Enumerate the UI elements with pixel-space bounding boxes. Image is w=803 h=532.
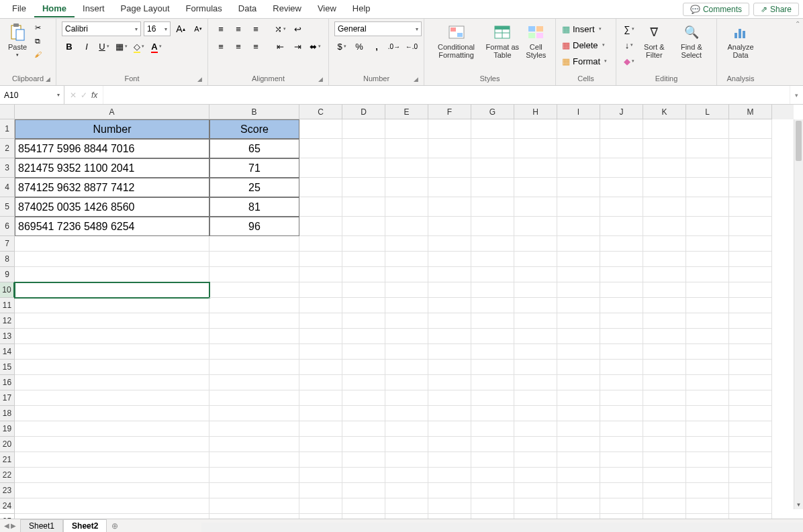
cell-B8[interactable]	[209, 252, 299, 267]
italic-button[interactable]: I	[79, 39, 94, 54]
cell-F23[interactable]	[428, 483, 471, 498]
cell-B11[interactable]	[209, 298, 299, 313]
menu-insert[interactable]: Insert	[75, 1, 113, 17]
cell-E23[interactable]	[385, 483, 428, 498]
row-header-3[interactable]: 3	[0, 158, 15, 178]
cell-F22[interactable]	[428, 468, 471, 483]
cell-E10[interactable]	[385, 282, 428, 298]
tab-next-button[interactable]: ▶	[11, 522, 16, 529]
cell-H12[interactable]	[514, 313, 557, 329]
cell-G9[interactable]	[471, 267, 514, 282]
align-left-button[interactable]: ≡	[214, 39, 228, 54]
cell-G13[interactable]	[471, 329, 514, 344]
cell-L19[interactable]	[686, 421, 729, 437]
cell-J5[interactable]	[600, 197, 643, 217]
cell-C4[interactable]	[299, 178, 342, 197]
cell-A10[interactable]	[15, 282, 209, 298]
cell-M15[interactable]	[729, 360, 772, 375]
cell-L1[interactable]	[686, 119, 729, 139]
cell-G22[interactable]	[471, 468, 514, 483]
cell-J12[interactable]	[600, 313, 643, 329]
row-header-13[interactable]: 13	[0, 329, 15, 344]
cell-G15[interactable]	[471, 360, 514, 375]
cell-M20[interactable]	[729, 437, 772, 452]
cell-M16[interactable]	[729, 375, 772, 390]
increase-decimal-button[interactable]: .0→	[387, 39, 402, 54]
cell-C12[interactable]	[299, 313, 342, 329]
col-header-H[interactable]: H	[514, 105, 557, 119]
cell-K1[interactable]	[643, 119, 686, 139]
cell-D10[interactable]	[342, 282, 385, 298]
cell-J7[interactable]	[600, 236, 643, 252]
cell-E11[interactable]	[385, 298, 428, 313]
cell-K22[interactable]	[643, 468, 686, 483]
cell-L4[interactable]	[686, 178, 729, 197]
cell-K12[interactable]	[643, 313, 686, 329]
align-middle-button[interactable]: ≡	[231, 21, 246, 36]
cell-F13[interactable]	[428, 329, 471, 344]
cell-E2[interactable]	[385, 139, 428, 158]
cell-A11[interactable]	[15, 298, 209, 313]
cell-L9[interactable]	[686, 267, 729, 282]
cell-C14[interactable]	[299, 344, 342, 360]
cell-B18[interactable]	[209, 406, 299, 421]
cell-B2[interactable]: 65	[209, 139, 299, 158]
cell-C13[interactable]	[299, 329, 342, 344]
cell-E5[interactable]	[385, 197, 428, 217]
col-header-D[interactable]: D	[342, 105, 385, 119]
cell-B23[interactable]	[209, 483, 299, 498]
scroll-down-arrow[interactable]: ▼	[794, 500, 803, 509]
cell-C7[interactable]	[299, 236, 342, 252]
cell-I6[interactable]	[557, 217, 600, 236]
cell-G23[interactable]	[471, 483, 514, 498]
cell-J2[interactable]	[600, 139, 643, 158]
cell-M13[interactable]	[729, 329, 772, 344]
cell-D9[interactable]	[342, 267, 385, 282]
row-header-7[interactable]: 7	[0, 236, 15, 252]
cell-D17[interactable]	[342, 390, 385, 406]
cell-M10[interactable]	[729, 282, 772, 298]
cell-F4[interactable]	[428, 178, 471, 197]
cell-F2[interactable]	[428, 139, 471, 158]
cell-G18[interactable]	[471, 406, 514, 421]
cell-J15[interactable]	[600, 360, 643, 375]
row-header-5[interactable]: 5	[0, 197, 15, 217]
cell-I12[interactable]	[557, 313, 600, 329]
decrease-decimal-button[interactable]: ←.0	[404, 39, 419, 54]
cell-C3[interactable]	[299, 158, 342, 178]
cell-A14[interactable]	[15, 344, 209, 360]
cell-L20[interactable]	[686, 437, 729, 452]
menu-view[interactable]: View	[310, 1, 344, 17]
enter-formula-button[interactable]: ✓	[81, 91, 87, 100]
cell-F6[interactable]	[428, 217, 471, 236]
cell-L21[interactable]	[686, 452, 729, 468]
cell-styles-button[interactable]: Cell Styles	[522, 21, 550, 60]
font-color-button[interactable]: A▾	[149, 39, 164, 54]
cell-D7[interactable]	[342, 236, 385, 252]
cell-A2[interactable]: 854177 5996 8844 7016	[15, 139, 209, 158]
cell-F14[interactable]	[428, 344, 471, 360]
cell-J21[interactable]	[600, 452, 643, 468]
cell-A23[interactable]	[15, 483, 209, 498]
row-header-21[interactable]: 21	[0, 452, 15, 468]
cell-J20[interactable]	[600, 437, 643, 452]
vertical-scrollbar[interactable]: ▲ ▼	[794, 119, 803, 509]
cell-B19[interactable]	[209, 421, 299, 437]
cell-G7[interactable]	[471, 236, 514, 252]
formula-expand-button[interactable]: ▾	[790, 86, 803, 104]
cell-C25[interactable]	[299, 514, 342, 519]
cell-A16[interactable]	[15, 375, 209, 390]
cell-B25[interactable]	[209, 514, 299, 519]
cell-G21[interactable]	[471, 452, 514, 468]
format-painter-button[interactable]: 🖌	[31, 48, 44, 60]
cell-K4[interactable]	[643, 178, 686, 197]
cell-C10[interactable]	[299, 282, 342, 298]
cell-K6[interactable]	[643, 217, 686, 236]
row-header-12[interactable]: 12	[0, 313, 15, 329]
cell-M2[interactable]	[729, 139, 772, 158]
cell-C22[interactable]	[299, 468, 342, 483]
cell-D14[interactable]	[342, 344, 385, 360]
cell-F24[interactable]	[428, 498, 471, 514]
col-header-F[interactable]: F	[428, 105, 471, 119]
cell-J3[interactable]	[600, 158, 643, 178]
